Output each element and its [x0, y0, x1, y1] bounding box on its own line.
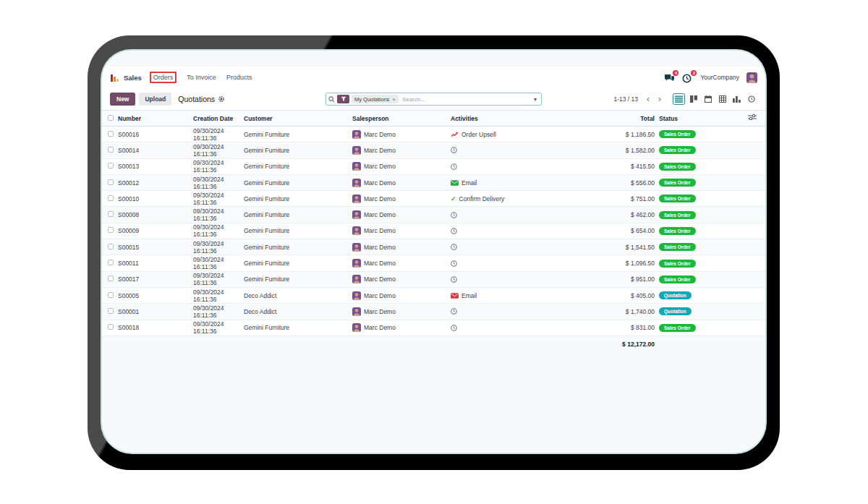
cell-activities[interactable]: [451, 271, 566, 287]
cell-activities[interactable]: [451, 255, 566, 271]
nav-item-to-invoice[interactable]: To Invoice: [187, 74, 216, 81]
row-checkbox[interactable]: [108, 179, 114, 185]
cell-number: S00011: [118, 255, 193, 271]
cell-activities[interactable]: Order Upsell: [451, 127, 566, 142]
header-activities[interactable]: Activities: [451, 111, 566, 127]
filter-funnel-icon: [341, 96, 346, 102]
table-row[interactable]: S0001009/30/2024 16:11:36Gemini Furnitur…: [102, 191, 765, 207]
status-badge: Sales Order: [659, 163, 696, 171]
email-activity-icon: [451, 293, 459, 299]
cell-activities[interactable]: ✓Confirm Delivery: [451, 191, 566, 207]
cell-salesperson: Marc Demo: [352, 174, 451, 190]
table-row[interactable]: S0001409/30/2024 16:11:36Gemini Furnitur…: [102, 142, 765, 158]
salesperson-name: Marc Demo: [364, 131, 396, 138]
cell-salesperson: Marc Demo: [352, 287, 451, 303]
row-checkbox[interactable]: [108, 211, 114, 217]
row-checkbox[interactable]: [108, 163, 114, 168]
table-row[interactable]: S0001109/30/2024 16:11:36Gemini Furnitur…: [102, 255, 765, 271]
breadcrumb-title[interactable]: Quotations: [178, 95, 215, 103]
cell-activities[interactable]: [451, 158, 566, 174]
cell-customer: Gemini Furniture: [244, 158, 352, 174]
pager-next-button[interactable]: ›: [655, 95, 664, 103]
clock-activity-icon: [451, 260, 457, 267]
cell-activities[interactable]: Email: [451, 287, 566, 303]
header-customer[interactable]: Customer: [244, 111, 352, 127]
select-all-checkbox[interactable]: [108, 115, 114, 121]
salesperson-avatar: [352, 146, 361, 155]
view-list-button[interactable]: [673, 93, 685, 105]
cell-status: Sales Order: [655, 158, 723, 174]
table-row[interactable]: S0001809/30/2024 16:11:36Gemini Furnitur…: [102, 320, 765, 336]
salesperson-name: Marc Demo: [364, 163, 396, 170]
table-row[interactable]: S0000109/30/2024 16:11:36Deco AddictMarc…: [102, 304, 765, 320]
cell-activities[interactable]: [451, 239, 566, 255]
cell-activities[interactable]: [451, 142, 566, 158]
activities-button[interactable]: 2: [682, 73, 693, 82]
header-number[interactable]: Number: [118, 111, 193, 127]
cell-customer: Gemini Furniture: [244, 207, 352, 223]
cell-activities[interactable]: [451, 223, 566, 239]
row-checkbox[interactable]: [108, 260, 114, 265]
cell-creation-date: 09/30/2024 16:11:36: [193, 320, 244, 336]
app-screen: Sales Orders To Invoice Products 4: [102, 51, 765, 453]
view-kanban-button[interactable]: [687, 93, 699, 105]
app-name[interactable]: Sales: [124, 74, 142, 82]
header-total[interactable]: Total: [566, 111, 655, 127]
view-graph-button[interactable]: [731, 93, 743, 105]
search-bar[interactable]: My Quotations × Search... ▾: [326, 93, 542, 106]
cell-status: Sales Order: [655, 255, 723, 271]
row-checkbox[interactable]: [108, 292, 114, 298]
status-badge: Sales Order: [659, 227, 696, 235]
status-badge: Sales Order: [659, 260, 696, 268]
user-avatar[interactable]: [746, 72, 757, 83]
company-name[interactable]: YourCompany: [700, 74, 739, 81]
row-checkbox[interactable]: [108, 195, 114, 201]
table-row[interactable]: S0001709/30/2024 16:11:36Gemini Furnitur…: [102, 271, 765, 287]
nav-item-orders[interactable]: Orders: [150, 72, 177, 83]
app-menu[interactable]: Sales: [110, 73, 142, 82]
pager-previous-button[interactable]: ‹: [644, 95, 652, 103]
cell-activities[interactable]: Email: [451, 174, 566, 190]
nav-item-products[interactable]: Products: [226, 74, 252, 81]
row-checkbox[interactable]: [108, 276, 114, 281]
upload-button[interactable]: Upload: [139, 93, 171, 106]
table-row[interactable]: S0001609/30/2024 16:11:36Gemini Furnitur…: [102, 127, 765, 142]
table-row[interactable]: S0001209/30/2024 16:11:36Gemini Furnitur…: [102, 174, 765, 190]
cell-activities[interactable]: [451, 207, 566, 223]
search-input[interactable]: Search...: [402, 96, 532, 103]
new-button[interactable]: New: [110, 93, 135, 106]
table-row[interactable]: S0001309/30/2024 16:11:36Gemini Furnitur…: [102, 158, 765, 174]
clock-activity-icon: [451, 212, 457, 218]
cell-total: $ 415.50: [566, 158, 655, 174]
row-checkbox[interactable]: [108, 131, 114, 137]
clock-activity-icon: [451, 147, 457, 153]
cell-customer: Gemini Furniture: [244, 255, 352, 271]
table-row[interactable]: S0000809/30/2024 16:11:36Gemini Furnitur…: [102, 207, 765, 223]
view-pivot-button[interactable]: [716, 93, 728, 105]
row-checkbox[interactable]: [108, 227, 114, 233]
view-calendar-button[interactable]: [702, 93, 714, 105]
gear-icon[interactable]: [218, 95, 225, 103]
row-checkbox[interactable]: [108, 308, 114, 314]
column-options-icon[interactable]: [748, 114, 757, 122]
header-salesperson[interactable]: Salesperson: [352, 111, 451, 127]
header-creation-date[interactable]: Creation Date: [193, 111, 244, 127]
row-checkbox[interactable]: [108, 147, 114, 153]
facet-remove-icon[interactable]: ×: [392, 96, 396, 103]
messages-button[interactable]: 4: [664, 73, 675, 82]
view-switcher: [673, 93, 757, 105]
cell-customer: Gemini Furniture: [244, 142, 352, 158]
table-row[interactable]: S0000509/30/2024 16:11:36Deco AddictMarc…: [102, 287, 765, 303]
cell-activities[interactable]: [451, 304, 566, 320]
search-facet[interactable]: My Quotations ×: [352, 95, 399, 103]
row-checkbox[interactable]: [108, 324, 114, 330]
cell-activities[interactable]: [451, 320, 566, 336]
table-row[interactable]: S0000909/30/2024 16:11:36Gemini Furnitur…: [102, 223, 765, 239]
cell-total: $ 462.00: [566, 207, 655, 223]
header-status[interactable]: Status: [655, 111, 723, 127]
table-row[interactable]: S0001509/30/2024 16:11:36Gemini Furnitur…: [102, 239, 765, 255]
view-activity-button[interactable]: [745, 93, 757, 105]
breadcrumb: Quotations: [178, 95, 225, 103]
search-dropdown-caret-icon[interactable]: ▾: [532, 96, 539, 103]
row-checkbox[interactable]: [108, 244, 114, 249]
